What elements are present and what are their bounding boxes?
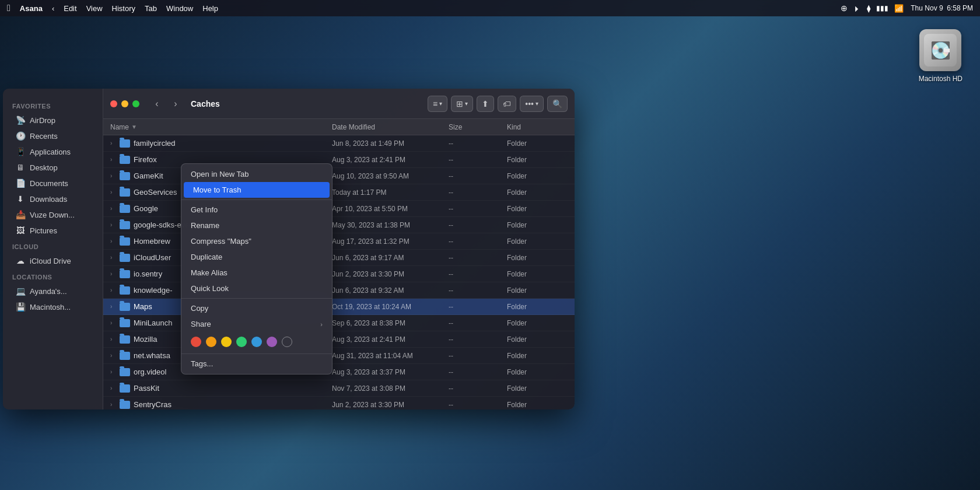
tag-color-red[interactable] <box>191 337 201 347</box>
wifi-icon[interactable]: 📶 <box>894 4 904 13</box>
menu-help[interactable]: Help <box>202 4 218 13</box>
ctx-item-move-to-trash[interactable]: Move to Trash <box>184 182 330 198</box>
size-column-header[interactable]: Size <box>449 123 507 131</box>
file-size: -- <box>449 384 507 393</box>
ctx-item-get-info[interactable]: Get Info <box>181 202 332 218</box>
window-controls <box>110 100 139 107</box>
menu-file[interactable]: ‹ <box>52 4 54 13</box>
more-button[interactable]: ••• ▾ <box>520 96 544 112</box>
share-button[interactable]: ⬆ <box>477 96 494 112</box>
table-row[interactable]: › Homebrew Aug 17, 2023 at 1:32 PM -- Fo… <box>103 233 575 250</box>
menu-tab[interactable]: Tab <box>145 4 157 13</box>
file-kind: Folder <box>507 156 568 164</box>
menu-window[interactable]: Window <box>166 4 193 13</box>
file-date: Jun 8, 2023 at 1:49 PM <box>332 139 449 148</box>
more-icon: ••• <box>525 99 534 108</box>
table-row[interactable]: › SentryCras Jun 2, 2023 at 3:30 PM -- F… <box>103 397 575 410</box>
tag-color-blue[interactable] <box>251 337 262 347</box>
ctx-item-tags[interactable]: Tags... <box>181 356 332 372</box>
apple-menu[interactable]:  <box>7 3 10 13</box>
ctx-label: Rename <box>191 221 219 230</box>
file-date: Sep 6, 2023 at 8:38 PM <box>332 319 449 327</box>
sidebar-item-macintosh[interactable]: 💾 Macintosh... <box>6 299 99 314</box>
table-row[interactable]: › Maps Oct 19, 2023 at 10:24 AM -- Folde… <box>103 299 575 315</box>
table-row[interactable]: › PassKit Nov 7, 2023 at 3:08 PM -- Fold… <box>103 380 575 397</box>
ctx-item-open-new-tab[interactable]: Open in New Tab <box>181 166 332 182</box>
name-column-header[interactable]: Name ▼ <box>110 123 332 131</box>
back-button[interactable]: ‹ <box>149 96 165 112</box>
ctx-item-make-alias[interactable]: Make Alias <box>181 265 332 281</box>
tag-color-green[interactable] <box>236 337 247 347</box>
ctx-item-share[interactable]: Share› <box>181 316 332 332</box>
table-row[interactable]: › familycircled Jun 8, 2023 at 1:49 PM -… <box>103 135 575 152</box>
table-row[interactable]: › Mozilla Aug 3, 2023 at 2:41 PM -- Fold… <box>103 331 575 348</box>
menu-history[interactable]: History <box>112 4 135 13</box>
sidebar-item-desktop[interactable]: 🖥 Desktop <box>6 160 99 175</box>
sidebar-item-downloads[interactable]: ⬇ Downloads <box>6 191 99 206</box>
sidebar-item-airdrop[interactable]: 📡 AirDrop <box>6 113 99 128</box>
sidebar-item-applications[interactable]: 📱 Applications <box>6 144 99 159</box>
ctx-item-compress[interactable]: Compress "Maps" <box>181 233 332 249</box>
minimize-button[interactable] <box>121 100 128 107</box>
toolbar-actions: ≡ ▾ ⊞ ▾ ⬆ 🏷 ••• ▾ 🔍 <box>428 96 568 112</box>
list-view-button[interactable]: ≡ ▾ <box>428 96 447 112</box>
tag-color-none[interactable] <box>282 337 292 347</box>
sidebar-item-icloud-drive[interactable]: ☁ iCloud Drive <box>6 253 99 268</box>
table-row[interactable]: › iCloudUser Jun 6, 2023 at 9:17 AM -- F… <box>103 250 575 266</box>
battery-icon[interactable]: ▮▮▮ <box>876 4 888 12</box>
menu-view[interactable]: View <box>86 4 103 13</box>
airdrop-icon: 📡 <box>16 116 25 125</box>
table-row[interactable]: › knowledge- Jun 6, 2023 at 9:32 AM -- F… <box>103 282 575 299</box>
music-icon[interactable]: ⏵ <box>853 4 861 13</box>
ctx-item-rename[interactable]: Rename <box>181 218 332 233</box>
ayanda-icon: 💻 <box>16 286 25 296</box>
tag-color-purple[interactable] <box>267 337 277 347</box>
file-size: -- <box>449 303 507 311</box>
control-center-icon[interactable]: ⊕ <box>841 4 848 13</box>
table-row[interactable]: › MiniLaunch Sep 6, 2023 at 8:38 PM -- F… <box>103 315 575 331</box>
table-row[interactable]: › net.whatsa Aug 31, 2023 at 11:04 AM --… <box>103 348 575 364</box>
file-date: Aug 3, 2023 at 3:37 PM <box>332 368 449 376</box>
grid-view-button[interactable]: ⊞ ▾ <box>451 96 473 112</box>
tag-color-yellow[interactable] <box>221 337 232 347</box>
tag-color-orange[interactable] <box>206 337 216 347</box>
sidebar-item-vuze[interactable]: 📥 Vuze Down... <box>6 207 99 222</box>
file-kind: Folder <box>507 319 568 327</box>
tags-separator <box>181 354 332 354</box>
app-name[interactable]: Asana <box>20 4 43 13</box>
table-row[interactable]: › org.videol Aug 3, 2023 at 3:37 PM -- F… <box>103 364 575 380</box>
ctx-item-quick-look[interactable]: Quick Look <box>181 281 332 296</box>
sidebar-item-ayanda[interactable]: 💻 Ayanda's... <box>6 284 99 299</box>
sidebar-item-recents[interactable]: 🕐 Recents <box>6 128 99 144</box>
folder-icon <box>120 384 130 393</box>
ctx-label: Quick Look <box>191 284 229 293</box>
bluetooth-icon[interactable]: ⧫ <box>867 4 870 13</box>
table-row[interactable]: › io.sentry Jun 2, 2023 at 3:30 PM -- Fo… <box>103 266 575 282</box>
table-row[interactable]: › GameKit Aug 10, 2023 at 9:50 AM -- Fol… <box>103 168 575 184</box>
forward-button[interactable]: › <box>167 96 184 112</box>
close-button[interactable] <box>110 100 117 107</box>
context-menu-separator <box>181 298 332 299</box>
tag-button[interactable]: 🏷 <box>498 96 516 112</box>
sidebar-item-pictures[interactable]: 🖼 Pictures <box>6 223 99 238</box>
column-headers: Name ▼ Date Modified Size Kind <box>103 119 575 135</box>
macintosh-hd-icon[interactable]: 💽 Macintosh HD <box>919 29 963 83</box>
context-menu: Open in New TabMove to TrashGet InfoRena… <box>181 163 332 374</box>
kind-column-header[interactable]: Kind <box>507 123 568 131</box>
table-row[interactable]: › Firefox Aug 3, 2023 at 2:41 PM -- Fold… <box>103 152 575 168</box>
file-kind: Folder <box>507 188 568 197</box>
sidebar-item-documents[interactable]: 📄 Documents <box>6 176 99 191</box>
ctx-label: Make Alias <box>191 268 228 277</box>
row-chevron: › <box>110 254 120 261</box>
maximize-button[interactable] <box>132 100 139 107</box>
table-row[interactable]: › google-sdks-events May 30, 2023 at 1:3… <box>103 217 575 233</box>
date-column-header[interactable]: Date Modified <box>332 123 449 131</box>
table-row[interactable]: › GeoServices Today at 1:17 PM -- Folder <box>103 184 575 201</box>
menu-edit[interactable]: Edit <box>64 4 76 13</box>
ctx-item-copy[interactable]: Copy <box>181 300 332 316</box>
ctx-item-duplicate[interactable]: Duplicate <box>181 249 332 265</box>
table-row[interactable]: › Google Apr 10, 2023 at 5:50 PM -- Fold… <box>103 201 575 217</box>
downloads-label: Downloads <box>30 195 67 204</box>
search-button[interactable]: 🔍 <box>547 96 568 112</box>
folder-icon <box>120 237 130 246</box>
